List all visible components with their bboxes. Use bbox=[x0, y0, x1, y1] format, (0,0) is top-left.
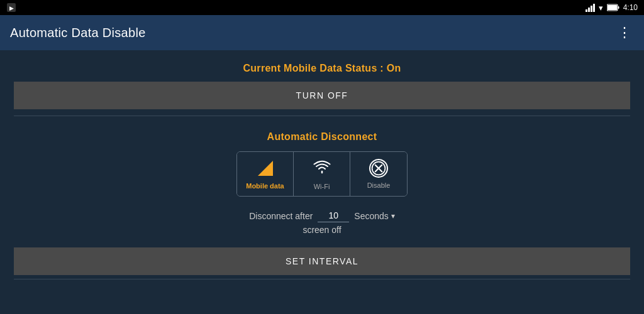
seconds-label: Seconds bbox=[354, 211, 388, 221]
screen-off-label: screen off bbox=[303, 225, 341, 235]
current-status-text: Current Mobile Data Status : On bbox=[243, 63, 401, 74]
disconnect-type-toggle: Mobile data Wi-Fi bbox=[236, 151, 408, 197]
divider-2 bbox=[14, 279, 630, 279]
svg-rect-3 bbox=[608, 5, 617, 10]
turn-off-button[interactable]: TURN OFF bbox=[14, 82, 630, 109]
battery-icon bbox=[607, 4, 619, 11]
mobile-data-icon bbox=[255, 158, 275, 178]
interval-input[interactable] bbox=[318, 209, 349, 222]
mobile-data-label: Mobile data bbox=[246, 182, 284, 190]
app-bar-title: Automatic Data Disable bbox=[10, 26, 146, 40]
disable-label: Disable bbox=[367, 181, 391, 189]
disconnect-after-label: Disconnect after bbox=[249, 211, 313, 221]
seconds-dropdown[interactable]: Seconds ▾ bbox=[354, 211, 394, 221]
app-bar: Automatic Data Disable ⋮ bbox=[0, 15, 644, 50]
svg-marker-5 bbox=[258, 161, 273, 176]
main-content: Current Mobile Data Status : On TURN OFF… bbox=[0, 50, 644, 296]
status-bar-app-icon: ▶ bbox=[6, 3, 16, 13]
overflow-menu-icon[interactable]: ⋮ bbox=[615, 22, 634, 43]
disable-icon bbox=[369, 159, 388, 178]
toggle-item-disable[interactable]: Disable bbox=[350, 152, 407, 196]
wifi-icon bbox=[313, 158, 331, 179]
status-bar-right: ▾ 4:10 bbox=[586, 3, 638, 13]
status-bar-time: 4:10 bbox=[623, 3, 638, 12]
toggle-item-mobile-data[interactable]: Mobile data bbox=[237, 152, 294, 196]
set-interval-button[interactable]: SET INTERVAL bbox=[14, 247, 630, 275]
divider-1 bbox=[14, 116, 630, 116]
wifi-status-icon: ▾ bbox=[599, 3, 603, 13]
wifi-label: Wi-Fi bbox=[314, 183, 330, 190]
status-bar: ▶ ▾ 4:10 bbox=[0, 0, 644, 15]
svg-rect-4 bbox=[618, 6, 619, 9]
seconds-dropdown-arrow: ▾ bbox=[391, 212, 395, 220]
status-bar-left: ▶ bbox=[6, 3, 16, 13]
svg-text:▶: ▶ bbox=[9, 5, 14, 11]
signal-icon bbox=[586, 3, 595, 12]
toggle-item-wifi[interactable]: Wi-Fi bbox=[294, 152, 350, 196]
automatic-disconnect-title: Automatic Disconnect bbox=[267, 131, 377, 143]
interval-row: Disconnect after Seconds ▾ bbox=[249, 209, 395, 222]
